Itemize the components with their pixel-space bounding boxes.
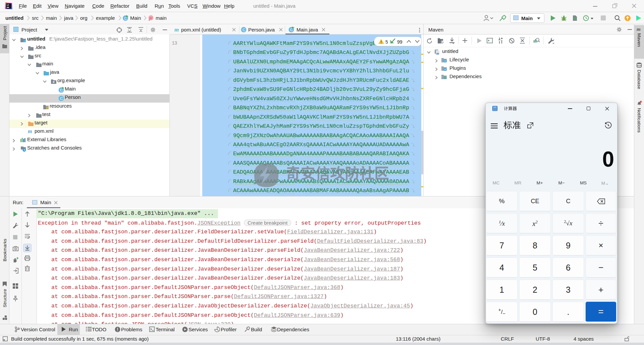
svg-text:m: m	[436, 52, 439, 55]
svg-text:IJ: IJ	[7, 3, 9, 7]
svg-text:m: m	[150, 16, 152, 20]
svg-text:C: C	[60, 97, 63, 101]
svg-text:C: C	[243, 28, 245, 32]
